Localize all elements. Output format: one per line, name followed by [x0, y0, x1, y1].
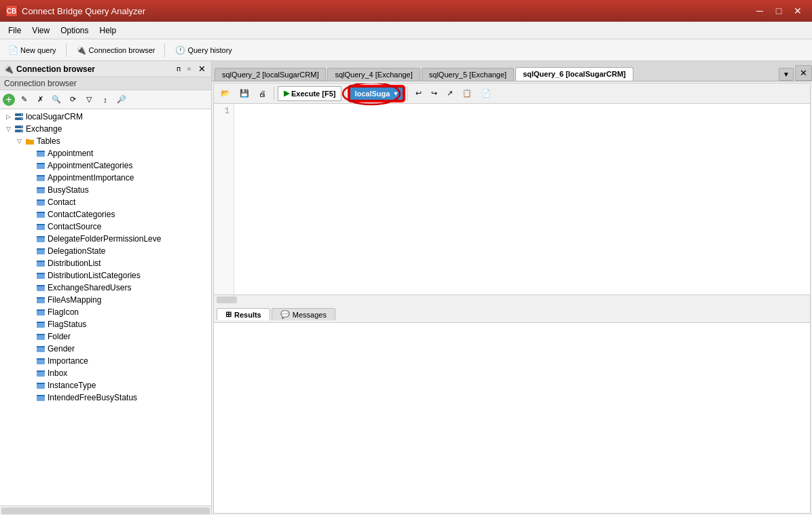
sort-button[interactable]: ↕: [98, 93, 113, 107]
execute-button[interactable]: ▶ Execute [F5]: [278, 86, 342, 101]
undo-button[interactable]: ↩: [411, 86, 426, 101]
tree-label-ContactSource: ContactSource: [48, 222, 101, 231]
connection-browser-icon: 🔌: [76, 45, 87, 56]
connection-browser-label: Connection browser: [0, 77, 211, 90]
add-connection-button[interactable]: +: [3, 94, 15, 106]
copy-button[interactable]: 📋: [458, 86, 476, 101]
sidebar-toolbar: + ✎ ✗ 🔍 ⟳ ▽ ↕ 🔎: [0, 90, 211, 109]
svg-rect-45: [37, 370, 45, 372]
expander-localSugarCRM[interactable]: ▷: [3, 113, 14, 120]
tab-overflow-button[interactable]: ▼: [779, 68, 794, 81]
tree-item-DistributionList[interactable]: DistributionList: [0, 257, 211, 269]
results-label: Results: [234, 311, 261, 319]
query-history-button[interactable]: 🕐 Query history: [170, 42, 236, 58]
tree-item-DistributionListCategories[interactable]: DistributionListCategories: [0, 269, 211, 282]
edit-button[interactable]: ✎: [16, 93, 31, 107]
navigate-button[interactable]: ↗: [443, 86, 457, 101]
svg-rect-9: [37, 151, 45, 152]
tree-item-DelegateFolderPermissionLeve[interactable]: DelegateFolderPermissionLeve: [0, 233, 211, 245]
tree-item-DelegationState[interactable]: DelegationState: [0, 245, 211, 257]
query-tab-4[interactable]: sqlQuery_6 [localSugarCRM]: [515, 67, 633, 81]
tab-label-2: sqlQuery_4 [Exchange]: [335, 71, 412, 79]
expander-Exchange[interactable]: ▽: [3, 126, 14, 132]
connection-browser-button[interactable]: 🔌 Connection browser: [71, 42, 160, 58]
sidebar-hscrollbar[interactable]: [0, 506, 211, 515]
query-history-icon: 🕐: [174, 45, 185, 56]
tree-item-Inbox[interactable]: Inbox: [0, 367, 211, 379]
maximize-button[interactable]: □: [770, 3, 788, 18]
execute-icon: ▶: [284, 89, 289, 98]
tab-label-1: sqlQuery_2 [localSugarCRM]: [222, 71, 318, 79]
tree-label-Appointment: Appointment: [48, 149, 93, 158]
menu-file[interactable]: File: [3, 24, 26, 37]
tree-item-Gender[interactable]: Gender: [0, 343, 211, 355]
dropdown-arrow-icon: ▼: [392, 90, 399, 97]
results-tab[interactable]: ⊞ Results: [217, 308, 270, 320]
expander-Tables[interactable]: ▽: [14, 138, 24, 145]
sidebar-title: Connection browser: [16, 64, 95, 74]
menu-help[interactable]: Help: [94, 24, 122, 37]
refresh-button[interactable]: ⟳: [65, 93, 80, 107]
svg-rect-47: [37, 383, 45, 384]
sidebar-close-button[interactable]: ✕: [196, 63, 208, 75]
svg-rect-37: [37, 322, 45, 323]
paste-button[interactable]: 📄: [477, 86, 495, 101]
tree-label-DelegateFolderPermissionLeve: DelegateFolderPermissionLeve: [48, 234, 161, 244]
sidebar-pin-button[interactable]: ᴨ: [174, 64, 183, 74]
messages-tab[interactable]: 💬 Messages: [272, 308, 335, 320]
filter-button[interactable]: ▽: [81, 93, 96, 107]
tree-item-BusyStatus[interactable]: BusyStatus: [0, 184, 211, 196]
tree-item-AppointmentImportance[interactable]: AppointmentImportance: [0, 172, 211, 184]
close-tab-button[interactable]: ✕: [795, 65, 812, 81]
close-button[interactable]: ✕: [789, 3, 807, 18]
tree-item-FlagIcon[interactable]: FlagIcon: [0, 306, 211, 318]
tree-label-DistributionListCategories: DistributionListCategories: [48, 271, 141, 280]
tree-item-Exchange[interactable]: ▽ Exchange: [0, 123, 211, 135]
tree-item-InstanceType[interactable]: InstanceType: [0, 379, 211, 392]
query-text-input[interactable]: [234, 104, 810, 294]
query-tab-3[interactable]: sqlQuery_5 [Exchange]: [422, 68, 514, 81]
save-file-button[interactable]: 💾: [236, 86, 253, 101]
open-file-button[interactable]: 📂: [217, 86, 234, 101]
sidebar-header-icon: 🔌: [3, 64, 14, 75]
search-button-1[interactable]: 🔍: [49, 93, 64, 107]
tree-item-Folder[interactable]: Folder: [0, 330, 211, 343]
tree-item-ContactCategories[interactable]: ContactCategories: [0, 208, 211, 221]
tree-item-Appointment[interactable]: Appointment: [0, 147, 211, 159]
tree-item-Tables[interactable]: ▽ Tables: [0, 135, 211, 147]
svg-rect-21: [37, 224, 45, 225]
delete-button[interactable]: ✗: [33, 93, 48, 107]
new-query-button[interactable]: 📄 New query: [3, 42, 61, 58]
minimize-button[interactable]: ─: [751, 3, 769, 18]
tree-item-ContactSource[interactable]: ContactSource: [0, 221, 211, 233]
tree-item-AppointmentCategories[interactable]: AppointmentCategories: [0, 159, 211, 172]
tree-item-ExchangeSharedUsers[interactable]: ExchangeSharedUsers: [0, 282, 211, 294]
horizontal-scrollbar[interactable]: [214, 294, 810, 305]
redo-icon: ↪: [431, 89, 437, 98]
tree-label-FileAsMapping: FileAsMapping: [48, 295, 101, 305]
menu-view[interactable]: View: [26, 24, 55, 37]
tree-label-Contact: Contact: [48, 197, 75, 207]
tree-item-Contact[interactable]: Contact: [0, 196, 211, 208]
print-button[interactable]: 🖨: [255, 86, 270, 101]
tree-item-Importance[interactable]: Importance: [0, 355, 211, 367]
search-button-2[interactable]: 🔎: [114, 93, 129, 107]
svg-rect-29: [37, 273, 45, 274]
tree-item-FileAsMapping[interactable]: FileAsMapping: [0, 294, 211, 306]
svg-rect-31: [37, 285, 45, 286]
connection-dropdown[interactable]: localSuga ▼: [349, 86, 404, 101]
redo-button[interactable]: ↪: [427, 86, 441, 101]
line-numbers: 1: [214, 104, 234, 294]
svg-rect-15: [37, 187, 45, 189]
app-icon: CB: [5, 5, 18, 17]
menu-options[interactable]: Options: [55, 24, 94, 37]
tree-label-ContactCategories: ContactCategories: [48, 210, 115, 219]
query-tab-1[interactable]: sqlQuery_2 [localSugarCRM]: [215, 68, 326, 81]
query-editor: 1: [214, 104, 810, 294]
tree-item-IntendedFreeBusyStatus[interactable]: IntendedFreeBusyStatus: [0, 392, 211, 404]
tree-item-FlagStatus[interactable]: FlagStatus: [0, 318, 211, 330]
query-tab-2[interactable]: sqlQuery_4 [Exchange]: [327, 68, 420, 81]
query-editor-container: 📂 💾 🖨 ▶ Execute [F5] localSuga: [213, 83, 811, 514]
tree-item-localSugarCRM[interactable]: ▷ localSugarCRM: [0, 111, 211, 123]
execute-label: Execute [F5]: [291, 90, 335, 98]
